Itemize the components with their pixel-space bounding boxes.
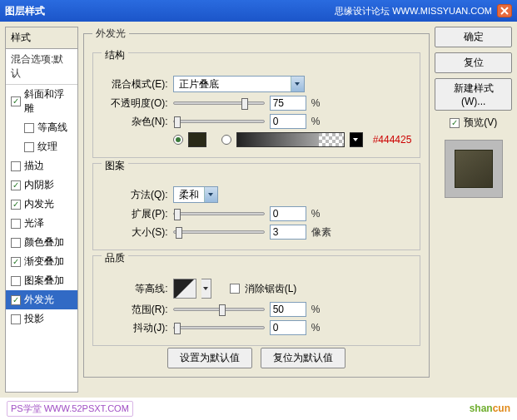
style-label: 内阴影 (24, 178, 54, 192)
contour-picker[interactable] (173, 279, 196, 299)
style-label: 外发光 (24, 293, 54, 307)
color-swatch[interactable] (188, 132, 206, 147)
sidebar-header[interactable]: 样式 (6, 27, 77, 49)
spread-slider[interactable] (173, 212, 265, 215)
close-button[interactable] (497, 4, 512, 17)
settings-panel: 外发光 结构 混合模式(E): 正片叠底 不透明度(O): % (83, 27, 430, 393)
style-checkbox[interactable] (11, 96, 21, 106)
style-label: 光泽 (24, 216, 44, 230)
reset-default-button[interactable]: 复位为默认值 (261, 348, 345, 368)
technique-label: 方法(Q): (102, 188, 168, 202)
style-label: 等高线 (37, 121, 67, 135)
sidebar-item-8[interactable]: 渐变叠加 (6, 252, 77, 271)
sidebar-item-2[interactable]: 纹理 (6, 137, 77, 156)
opacity-label: 不透明度(O): (102, 96, 168, 111)
ok-button[interactable]: 确定 (435, 27, 512, 47)
sidebar-item-0[interactable]: 斜面和浮雕 (6, 85, 77, 118)
noise-unit: % (311, 116, 321, 127)
elements-group: 图案 方法(Q): 柔和 扩展(P): % 大小(S): (92, 163, 421, 250)
styles-sidebar: 样式 混合选项:默认 斜面和浮雕等高线纹理描边内阴影内发光光泽颜色叠加渐变叠加图… (5, 27, 78, 393)
brand-text: 思缘设计论坛 WWW.MISSYUAN.COM (335, 5, 492, 17)
technique-dropdown[interactable]: 柔和 (173, 186, 218, 203)
style-checkbox[interactable] (11, 314, 21, 324)
structure-group: 结构 混合模式(E): 正片叠底 不透明度(O): % 杂色(N): (92, 52, 421, 158)
title-bar: 图层样式 思缘设计论坛 WWW.MISSYUAN.COM (0, 0, 517, 22)
noise-input[interactable] (270, 114, 306, 129)
size-unit: 像素 (311, 225, 331, 240)
style-checkbox[interactable] (11, 180, 21, 190)
sidebar-item-6[interactable]: 光泽 (6, 214, 77, 233)
chevron-down-icon (291, 77, 304, 91)
spread-unit: % (311, 208, 321, 220)
blend-options-item[interactable]: 混合选项:默认 (6, 49, 77, 85)
range-input[interactable] (270, 302, 306, 317)
jitter-slider[interactable] (173, 326, 265, 329)
sidebar-item-4[interactable]: 内阴影 (6, 175, 77, 195)
style-checkbox[interactable] (11, 295, 21, 305)
sidebar-item-1[interactable]: 等高线 (6, 118, 77, 137)
noise-slider[interactable] (173, 120, 265, 123)
range-slider[interactable] (173, 308, 265, 311)
style-label: 颜色叠加 (24, 235, 64, 250)
sidebar-item-7[interactable]: 颜色叠加 (6, 233, 77, 252)
main-area: 样式 混合选项:默认 斜面和浮雕等高线纹理描边内阴影内发光光泽颜色叠加渐变叠加图… (0, 22, 517, 398)
style-checkbox[interactable] (24, 142, 34, 152)
close-icon (500, 7, 509, 15)
cancel-button[interactable]: 复位 (435, 52, 512, 73)
quality-group: 品质 等高线: 消除锯齿(L) 范围(R): % 抖动(J): (92, 255, 421, 346)
size-slider[interactable] (173, 230, 265, 234)
preview-thumbnail (455, 150, 493, 188)
opacity-input[interactable] (270, 96, 306, 111)
make-default-button[interactable]: 设置为默认值 (167, 348, 252, 368)
jitter-input[interactable] (270, 320, 306, 335)
contour-dropdown-arrow[interactable] (201, 279, 211, 299)
sidebar-item-9[interactable]: 图案叠加 (6, 271, 77, 290)
outer-glow-group: 外发光 结构 混合模式(E): 正片叠底 不透明度(O): % (83, 27, 430, 378)
preview-label: 预览(V) (464, 116, 497, 130)
style-label: 渐变叠加 (24, 254, 64, 269)
color-radio[interactable] (173, 135, 183, 145)
blend-mode-label: 混合模式(E): (102, 77, 168, 91)
style-checkbox[interactable] (11, 276, 21, 286)
spread-label: 扩展(P): (102, 207, 168, 221)
opacity-slider[interactable] (173, 101, 265, 105)
gradient-preview[interactable] (236, 132, 345, 147)
elements-title: 图案 (102, 159, 128, 173)
preview-checkbox[interactable] (450, 118, 460, 128)
style-label: 内发光 (24, 197, 54, 211)
style-checkbox[interactable] (11, 161, 21, 171)
preview-box (445, 140, 503, 198)
sidebar-item-5[interactable]: 内发光 (6, 195, 77, 214)
style-label: 投影 (24, 312, 44, 326)
noise-label: 杂色(N): (102, 115, 168, 129)
style-label: 图案叠加 (24, 274, 64, 288)
sidebar-item-3[interactable]: 描边 (6, 156, 77, 175)
size-input[interactable] (270, 225, 306, 240)
range-unit: % (311, 304, 321, 315)
style-checkbox[interactable] (11, 219, 21, 229)
styles-list: 斜面和浮雕等高线纹理描边内阴影内发光光泽颜色叠加渐变叠加图案叠加外发光投影 (6, 85, 77, 329)
gradient-dropdown-arrow[interactable] (350, 132, 363, 147)
sidebar-item-10[interactable]: 外发光 (6, 290, 77, 309)
spread-input[interactable] (270, 206, 306, 221)
window-title: 图层样式 (5, 4, 335, 18)
style-checkbox[interactable] (11, 200, 21, 210)
chevron-down-icon (204, 187, 217, 202)
blend-mode-dropdown[interactable]: 正片叠底 (173, 76, 305, 92)
jitter-label: 抖动(J): (102, 321, 168, 335)
panel-title: 外发光 (92, 27, 129, 41)
antialias-checkbox[interactable] (230, 284, 240, 294)
quality-title: 品质 (102, 251, 128, 265)
style-checkbox[interactable] (11, 257, 21, 267)
antialias-label: 消除锯齿(L) (245, 282, 297, 296)
style-checkbox[interactable] (24, 123, 34, 133)
contour-label: 等高线: (102, 282, 168, 296)
gradient-radio[interactable] (221, 135, 231, 145)
new-style-button[interactable]: 新建样式(W)... (435, 78, 512, 111)
jitter-unit: % (311, 322, 321, 334)
style-label: 纹理 (37, 140, 57, 154)
sidebar-item-11[interactable]: 投影 (6, 309, 77, 329)
ps-watermark: PS学堂 WWW.52PSXT.COM (7, 401, 133, 417)
color-hex: #444425 (373, 134, 412, 146)
style-checkbox[interactable] (11, 238, 21, 248)
